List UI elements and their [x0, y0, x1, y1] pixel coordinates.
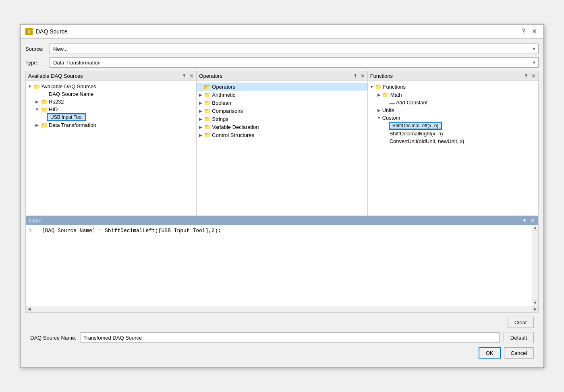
item-label: Math [390, 92, 402, 98]
operators-pin-icon[interactable]: 🖈 [353, 73, 358, 79]
toggle-icon: ▶ [197, 101, 204, 105]
list-item[interactable]: ▶ 📁 Arithmetic [197, 91, 367, 99]
type-select[interactable]: Data Transformation [50, 57, 539, 68]
list-item[interactable]: ▼ 📁 Functions [368, 83, 538, 91]
functions-content[interactable]: ▼ 📁 Functions ▶ 📁 Math ▬ Add Consta [368, 81, 538, 216]
toggle-icon: ▶ [376, 108, 382, 112]
list-item[interactable]: ▶ 📁 Control Structures [197, 131, 367, 139]
list-item[interactable]: ▶ 📁 Math [368, 91, 538, 99]
code-body[interactable]: 1 [DAQ Source Name] = ShiftDecimalLeft([… [26, 225, 538, 306]
ok-button[interactable]: OK [479, 347, 501, 359]
operators-header: Operators 🖈 ✕ [197, 71, 367, 81]
item-label: Operators [212, 84, 235, 90]
folder-blue-icon: 📁 [375, 83, 382, 90]
scroll-right-arrow[interactable]: ▶ [532, 306, 538, 312]
source-row: Source: New... ▼ [25, 44, 539, 54]
clear-row: Clear [30, 317, 534, 328]
folder-icon: 📁 [33, 84, 40, 89]
list-item[interactable]: ▶ 📁 Rs232 [26, 98, 196, 106]
item-label: Rs232 [49, 99, 64, 105]
list-item[interactable]: ▶ 📁 Strings [197, 115, 367, 123]
line-number: 1 [29, 228, 37, 234]
source-select[interactable]: New... [50, 44, 539, 54]
item-blue-icon: ▬ [390, 100, 395, 106]
scroll-up-arrow[interactable]: ▲ [532, 225, 538, 231]
item-label: Data Transformation [49, 122, 96, 128]
list-item[interactable]: ▶ 📁 Comparisons [197, 107, 367, 115]
code-text: [DAQ Source Name] = ShiftDecimalLeft([US… [42, 228, 221, 234]
daq-sources-title: Available DAQ Sources [28, 73, 83, 79]
list-item[interactable]: ▼ 📁 Available DAQ Sources [26, 83, 196, 90]
dialog-title: DAQ Source [36, 28, 68, 35]
functions-pin-icon[interactable]: 🖈 [524, 73, 529, 79]
code-close-icon[interactable]: ✕ [531, 218, 535, 224]
code-header-icons: 🖈 ✕ [522, 218, 535, 224]
help-button[interactable]: ? [520, 28, 527, 35]
default-button[interactable]: Default [504, 332, 534, 343]
panels-row: Available DAQ Sources 🖈 ✕ ▼ 📁 Available … [25, 71, 539, 216]
vertical-scrollbar[interactable]: ▲ ▼ [532, 225, 538, 306]
folder-green-icon: 📁 [204, 91, 211, 98]
list-item[interactable]: ▬ Add Constant [368, 99, 538, 106]
item-label: Control Structures [212, 132, 254, 138]
ok-cancel-row: OK Cancel [30, 347, 534, 359]
functions-icons: 🖈 ✕ [524, 73, 536, 79]
item-label: Strings [212, 116, 228, 122]
item-label: ShiftDecimalRight(x, n) [390, 131, 443, 137]
list-item[interactable]: ShiftDecimalRight(x, n) [368, 130, 538, 137]
toggle-icon: ▶ [376, 93, 382, 97]
horizontal-scrollbar[interactable]: ◀ ▶ [26, 306, 538, 312]
list-item[interactable]: ▼ 📁 HID [26, 106, 196, 113]
type-label: Type: [25, 60, 50, 66]
operators-content[interactable]: 📂 Operators ▶ 📁 Arithmetic ▶ 📁 Boolean [197, 81, 367, 216]
operators-close-icon[interactable]: ✕ [361, 73, 365, 79]
list-item[interactable]: ▶ 📁 Variable Declaration [197, 123, 367, 131]
folder-icon: 📁 [40, 122, 48, 128]
scroll-down-arrow[interactable]: ▼ [532, 300, 538, 306]
code-pin-icon[interactable]: 🖈 [522, 218, 527, 224]
code-line-1: 1 [DAQ Source Name] = ShiftDecimalLeft([… [29, 228, 535, 234]
toggle-icon: ▶ [197, 109, 204, 113]
toggle-icon: ▼ [34, 107, 40, 112]
toggle-icon: ▶ [197, 93, 204, 97]
scroll-track-v [532, 231, 538, 300]
item-label: HID [49, 106, 58, 112]
toggle-icon: ▶ [34, 123, 40, 127]
scroll-left-arrow[interactable]: ◀ [26, 306, 32, 312]
daq-sources-content[interactable]: ▼ 📁 Available DAQ Sources DAQ Source Nam… [26, 81, 196, 216]
daq-icon: D [25, 28, 33, 35]
list-item[interactable]: ConvertUnit(oldUnit, newUnit, x) [368, 137, 538, 145]
type-select-wrapper: Data Transformation ▼ [50, 57, 539, 68]
cancel-button[interactable]: Cancel [504, 347, 534, 359]
daq-sources-panel: Available DAQ Sources 🖈 ✕ ▼ 📁 Available … [26, 71, 197, 216]
list-item[interactable]: ▶ 📁 Boolean [197, 99, 367, 107]
item-label: Arithmetic [212, 92, 235, 98]
daq-sources-close-icon[interactable]: ✕ [189, 73, 194, 79]
list-item[interactable]: ▶ Units [368, 106, 538, 114]
list-item[interactable]: 📂 Operators [197, 83, 367, 91]
close-button[interactable]: ✕ [530, 28, 539, 35]
dialog-body: Source: New... ▼ Type: Data Transformati… [21, 39, 543, 367]
daq-sources-pin-icon[interactable]: 🖈 [182, 73, 187, 79]
code-title: Code [29, 218, 41, 224]
daq-sources-header: Available DAQ Sources 🖈 ✕ [26, 71, 196, 81]
list-item[interactable]: ▶ 📁 Data Transformation [26, 121, 196, 129]
toggle-icon: ▶ [34, 100, 40, 104]
list-item[interactable]: ▼ Custom [368, 114, 538, 122]
code-header: Code 🖈 ✕ [26, 216, 538, 225]
clear-button[interactable]: Clear [508, 317, 534, 328]
title-bar-left: D DAQ Source [25, 28, 68, 35]
list-item[interactable]: USB Input Tool [26, 113, 196, 121]
functions-title: Functions [370, 73, 393, 79]
toggle-icon: ▶ [197, 117, 204, 121]
shift-decimal-left-badge: ShiftDecimalLeft(x, n) [390, 122, 442, 129]
item-label: Boolean [212, 100, 231, 106]
toggle-icon: ▶ [197, 125, 204, 129]
folder-icon: 📁 [40, 99, 48, 105]
daq-name-input[interactable] [81, 332, 500, 343]
daq-name-row: DAQ Source Name: Default [30, 332, 534, 343]
list-item[interactable]: ShiftDecimalLeft(x, n) [368, 122, 538, 130]
folder-icon: 📁 [40, 107, 48, 112]
list-item[interactable]: DAQ Source Name [26, 90, 196, 98]
functions-close-icon[interactable]: ✕ [531, 73, 536, 79]
